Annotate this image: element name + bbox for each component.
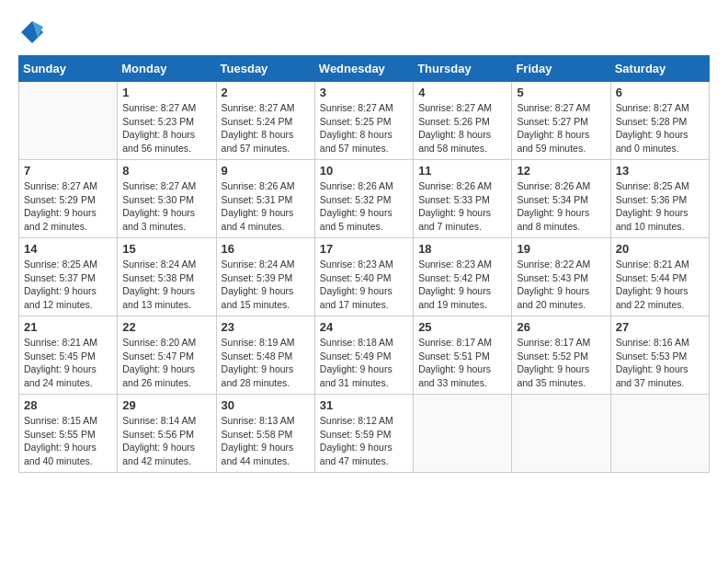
day-number: 12 [517, 164, 605, 178]
calendar-cell: 16Sunrise: 8:24 AMSunset: 5:39 PMDayligh… [216, 238, 314, 316]
calendar-cell: 5Sunrise: 8:27 AMSunset: 5:27 PMDaylight… [512, 82, 610, 160]
day-info: Sunrise: 8:21 AMSunset: 5:44 PMDaylight:… [616, 258, 704, 312]
day-number: 30 [222, 398, 310, 412]
day-info: Sunrise: 8:14 AMSunset: 5:56 PMDaylight:… [122, 414, 210, 468]
day-number: 1 [122, 86, 210, 99]
day-info: Sunrise: 8:27 AMSunset: 5:24 PMDaylight:… [222, 101, 310, 155]
calendar-cell: 2Sunrise: 8:27 AMSunset: 5:24 PMDaylight… [216, 82, 314, 160]
calendar-week-row: 21Sunrise: 8:21 AMSunset: 5:45 PMDayligh… [19, 316, 710, 395]
calendar-cell: 4Sunrise: 8:27 AMSunset: 5:26 PMDaylight… [414, 82, 512, 160]
day-info: Sunrise: 8:27 AMSunset: 5:28 PMDaylight:… [616, 101, 704, 155]
day-number: 18 [418, 242, 506, 256]
day-info: Sunrise: 8:18 AMSunset: 5:49 PMDaylight:… [320, 336, 408, 390]
calendar-cell: 15Sunrise: 8:24 AMSunset: 5:38 PMDayligh… [118, 238, 216, 316]
day-info: Sunrise: 8:21 AMSunset: 5:45 PMDaylight:… [24, 336, 112, 390]
day-number: 4 [418, 86, 506, 99]
calendar-week-row: 1Sunrise: 8:27 AMSunset: 5:23 PMDaylight… [19, 82, 710, 160]
day-info: Sunrise: 8:12 AMSunset: 5:59 PMDaylight:… [320, 414, 408, 468]
calendar-week-row: 7Sunrise: 8:27 AMSunset: 5:29 PMDaylight… [19, 160, 710, 238]
logo-icon [18, 18, 46, 46]
day-info: Sunrise: 8:23 AMSunset: 5:40 PMDaylight:… [320, 258, 408, 312]
calendar-week-row: 14Sunrise: 8:25 AMSunset: 5:37 PMDayligh… [19, 238, 710, 316]
day-info: Sunrise: 8:16 AMSunset: 5:53 PMDaylight:… [616, 336, 704, 390]
calendar-cell: 9Sunrise: 8:26 AMSunset: 5:31 PMDaylight… [216, 160, 314, 238]
calendar-cell [414, 395, 512, 473]
day-number: 28 [24, 398, 112, 412]
day-info: Sunrise: 8:27 AMSunset: 5:29 PMDaylight:… [24, 179, 112, 234]
calendar-cell: 28Sunrise: 8:15 AMSunset: 5:55 PMDayligh… [19, 395, 118, 473]
calendar-cell: 13Sunrise: 8:25 AMSunset: 5:36 PMDayligh… [610, 160, 709, 238]
weekday-header: Tuesday [216, 56, 314, 82]
day-number: 9 [222, 164, 310, 178]
day-info: Sunrise: 8:22 AMSunset: 5:43 PMDaylight:… [517, 258, 605, 312]
calendar-cell: 30Sunrise: 8:13 AMSunset: 5:58 PMDayligh… [216, 395, 314, 473]
day-info: Sunrise: 8:26 AMSunset: 5:33 PMDaylight:… [418, 179, 506, 234]
calendar-cell: 22Sunrise: 8:20 AMSunset: 5:47 PMDayligh… [118, 316, 216, 395]
calendar-cell: 20Sunrise: 8:21 AMSunset: 5:44 PMDayligh… [610, 238, 709, 316]
day-number: 7 [24, 164, 112, 178]
weekday-header-row: SundayMondayTuesdayWednesdayThursdayFrid… [19, 56, 710, 82]
day-info: Sunrise: 8:24 AMSunset: 5:38 PMDaylight:… [122, 258, 210, 312]
day-info: Sunrise: 8:25 AMSunset: 5:36 PMDaylight:… [616, 179, 704, 234]
day-number: 14 [24, 242, 112, 256]
day-info: Sunrise: 8:27 AMSunset: 5:26 PMDaylight:… [418, 101, 506, 155]
day-number: 29 [122, 398, 210, 412]
weekday-header: Saturday [610, 56, 709, 82]
calendar-cell: 8Sunrise: 8:27 AMSunset: 5:30 PMDaylight… [118, 160, 216, 238]
calendar-cell [610, 395, 709, 473]
day-info: Sunrise: 8:26 AMSunset: 5:34 PMDaylight:… [517, 179, 605, 234]
logo [18, 18, 50, 46]
day-number: 10 [320, 164, 408, 178]
day-number: 31 [320, 398, 408, 412]
day-info: Sunrise: 8:27 AMSunset: 5:30 PMDaylight:… [122, 179, 210, 234]
day-number: 5 [517, 86, 605, 99]
calendar-cell: 24Sunrise: 8:18 AMSunset: 5:49 PMDayligh… [314, 316, 413, 395]
calendar-cell: 21Sunrise: 8:21 AMSunset: 5:45 PMDayligh… [19, 316, 118, 395]
calendar-cell: 6Sunrise: 8:27 AMSunset: 5:28 PMDaylight… [610, 82, 709, 160]
calendar-cell: 7Sunrise: 8:27 AMSunset: 5:29 PMDaylight… [19, 160, 118, 238]
calendar-cell: 25Sunrise: 8:17 AMSunset: 5:51 PMDayligh… [414, 316, 512, 395]
day-number: 22 [122, 320, 210, 334]
day-number: 26 [517, 320, 605, 334]
day-number: 27 [616, 320, 704, 334]
day-number: 8 [122, 164, 210, 178]
calendar-cell: 17Sunrise: 8:23 AMSunset: 5:40 PMDayligh… [314, 238, 413, 316]
calendar-cell: 3Sunrise: 8:27 AMSunset: 5:25 PMDaylight… [314, 82, 413, 160]
calendar-cell: 31Sunrise: 8:12 AMSunset: 5:59 PMDayligh… [314, 395, 413, 473]
calendar-cell: 12Sunrise: 8:26 AMSunset: 5:34 PMDayligh… [512, 160, 610, 238]
calendar-week-row: 28Sunrise: 8:15 AMSunset: 5:55 PMDayligh… [19, 395, 710, 473]
day-info: Sunrise: 8:19 AMSunset: 5:48 PMDaylight:… [222, 336, 310, 390]
day-info: Sunrise: 8:27 AMSunset: 5:27 PMDaylight:… [517, 101, 605, 155]
calendar-cell: 26Sunrise: 8:17 AMSunset: 5:52 PMDayligh… [512, 316, 610, 395]
day-number: 11 [418, 164, 506, 178]
day-number: 2 [222, 86, 310, 99]
day-info: Sunrise: 8:23 AMSunset: 5:42 PMDaylight:… [418, 258, 506, 312]
weekday-header: Thursday [414, 56, 512, 82]
weekday-header: Sunday [19, 56, 118, 82]
day-info: Sunrise: 8:13 AMSunset: 5:58 PMDaylight:… [222, 414, 310, 468]
weekday-header: Monday [118, 56, 216, 82]
calendar-cell: 1Sunrise: 8:27 AMSunset: 5:23 PMDaylight… [118, 82, 216, 160]
calendar-cell: 19Sunrise: 8:22 AMSunset: 5:43 PMDayligh… [512, 238, 610, 316]
day-number: 20 [616, 242, 704, 256]
day-number: 24 [320, 320, 408, 334]
calendar-cell: 14Sunrise: 8:25 AMSunset: 5:37 PMDayligh… [19, 238, 118, 316]
day-info: Sunrise: 8:26 AMSunset: 5:31 PMDaylight:… [222, 179, 310, 234]
day-info: Sunrise: 8:15 AMSunset: 5:55 PMDaylight:… [24, 414, 112, 468]
day-number: 25 [418, 320, 506, 334]
calendar-cell: 27Sunrise: 8:16 AMSunset: 5:53 PMDayligh… [610, 316, 709, 395]
day-info: Sunrise: 8:25 AMSunset: 5:37 PMDaylight:… [24, 258, 112, 312]
calendar-cell: 29Sunrise: 8:14 AMSunset: 5:56 PMDayligh… [118, 395, 216, 473]
day-number: 19 [517, 242, 605, 256]
page-header [18, 18, 710, 46]
day-info: Sunrise: 8:27 AMSunset: 5:23 PMDaylight:… [122, 101, 210, 155]
calendar-cell [19, 82, 118, 160]
calendar-cell: 10Sunrise: 8:26 AMSunset: 5:32 PMDayligh… [314, 160, 413, 238]
day-number: 15 [122, 242, 210, 256]
weekday-header: Wednesday [314, 56, 413, 82]
day-number: 3 [320, 86, 408, 99]
calendar-cell [512, 395, 610, 473]
day-number: 17 [320, 242, 408, 256]
day-number: 21 [24, 320, 112, 334]
day-number: 6 [616, 86, 704, 99]
